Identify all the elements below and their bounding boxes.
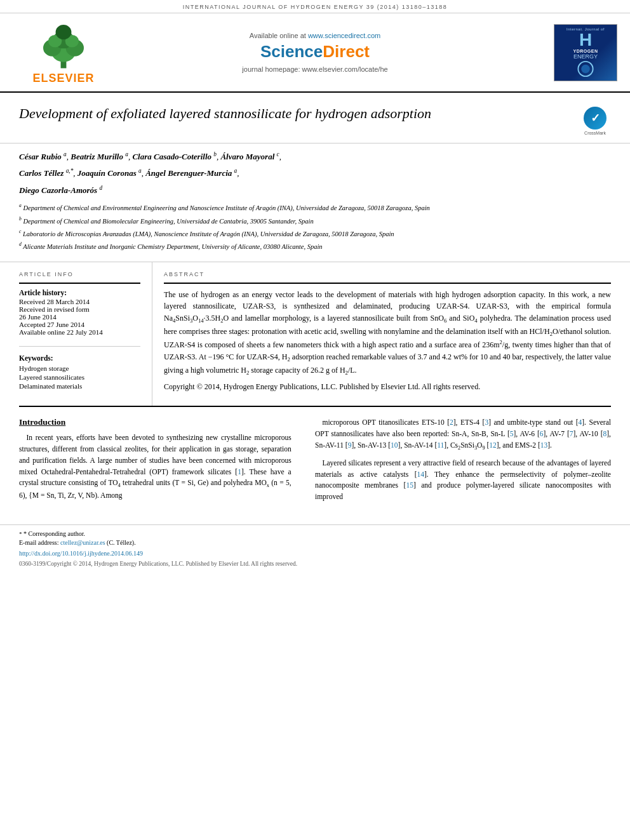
ref-8[interactable]: 8 [603, 430, 607, 437]
keyword-2: Layered stannosilicates [19, 373, 140, 381]
authors-line-3: Diego Cazorla-Amorós d [19, 183, 611, 197]
crossmark-label: CrossMark [584, 131, 606, 135]
ref-7[interactable]: 7 [570, 430, 573, 437]
intro-left-text: In recent years, efforts have been devot… [19, 432, 292, 502]
ref-12[interactable]: 12 [489, 441, 497, 449]
journal-header-center: Available online at www.sciencedirect.co… [114, 32, 516, 73]
journal-cover: Internat. Journal of H YDROGEN ENERGY [554, 24, 617, 81]
crossmark-icon: ✓ [584, 107, 607, 130]
journal-homepage: journal homepage: www.elsevier.com/locat… [114, 65, 516, 73]
revised-date: 26 June 2014 [19, 313, 140, 321]
intro-paragraph-1: In recent years, efforts have been devot… [19, 432, 292, 502]
ref-10[interactable]: 10 [391, 441, 398, 449]
affiliation-c: c Laboratorio de Microscopias Avanzadas … [19, 228, 611, 239]
abstract-copyright: Copyright © 2014, Hydrogen Energy Public… [164, 381, 611, 393]
ref-2[interactable]: 2 [450, 418, 453, 426]
intro-left-column: Introduction In recent years, efforts ha… [19, 417, 292, 508]
ref-1[interactable]: 1 [238, 468, 241, 476]
affiliation-d: d Alicante Materials Institute and Inorg… [19, 241, 611, 252]
journal-banner: INTERNATIONAL JOURNAL OF HYDROGEN ENERGY… [0, 0, 630, 13]
keyword-1: Hydrogen storage [19, 364, 140, 372]
intro-heading: Introduction [19, 417, 292, 427]
keywords-label: Keywords: [19, 354, 140, 362]
affiliation-b: b Department of Chemical and Biomolecula… [19, 215, 611, 227]
authors-section: César Rubio a, Beatriz Murillo a, Clara … [0, 143, 630, 262]
cover-H: H [579, 31, 592, 49]
abstract-label: ABSTRACT [164, 271, 611, 277]
elsevier-logo-area: ELSEVIER [13, 20, 114, 85]
abstract-block: The use of hydrogen as an energy vector … [164, 283, 611, 394]
sciencedirect-brand: ScienceDirect [114, 42, 516, 62]
abstract-paragraph-1: The use of hydrogen as an energy vector … [164, 289, 611, 378]
banner-text: INTERNATIONAL JOURNAL OF HYDROGEN ENERGY… [183, 4, 448, 10]
ref-4[interactable]: 4 [579, 418, 582, 426]
cover-sub1: YDROGEN [573, 49, 598, 53]
article-history-block: Article history: Received 28 March 2014 … [19, 283, 140, 347]
elsevier-tree-icon [32, 20, 95, 70]
abstract-column: ABSTRACT The use of hydrogen as an energ… [152, 262, 630, 406]
author-email[interactable]: ctellez@unizar.es [60, 539, 105, 546]
received-date: Received 28 March 2014 [19, 298, 140, 305]
corresponding-author-label: * * Corresponding author. [19, 530, 611, 537]
affiliations: a Department of Chemical and Environment… [19, 202, 611, 252]
ref-5[interactable]: 5 [510, 430, 514, 437]
cover-decoration [573, 60, 598, 78]
ref-13[interactable]: 13 [540, 441, 548, 449]
intro-paragraph-3: Layered silicates represent a very attra… [315, 458, 611, 503]
article-body: ARTICLE INFO Article history: Received 2… [0, 262, 630, 406]
doi-line: http://dx.doi.org/10.1016/j.ijhydene.201… [19, 548, 611, 558]
affiliation-a: a Department of Chemical and Environment… [19, 202, 611, 213]
cover-sub2: ENERGY [573, 53, 598, 60]
ref-3[interactable]: 3 [485, 418, 488, 426]
intro-paragraph-2: microporous OPT titanosilicates ETS-10 [… [315, 417, 611, 453]
svg-point-9 [581, 64, 590, 73]
footer: * * Corresponding author. E-mail address… [0, 524, 630, 571]
history-group: Article history: Received 28 March 2014 … [19, 289, 140, 336]
ref-15[interactable]: 15 [406, 481, 413, 489]
intro-right-text: microporous OPT titanosilicates ETS-10 [… [315, 417, 611, 503]
available-online-text: Available online at www.sciencedirect.co… [114, 32, 516, 39]
authors-line-2: Carlos Téllez a,*, Joaquín Coronas a, Án… [19, 166, 611, 180]
article-info-label: ARTICLE INFO [19, 271, 140, 277]
keyword-3: Delaminated materials [19, 382, 140, 390]
history-label: Article history: [19, 289, 140, 297]
journal-cover-area: Internat. Journal of H YDROGEN ENERGY [516, 24, 617, 81]
revised-label: Received in revised form [19, 305, 140, 313]
authors-line-1: César Rubio a, Beatriz Murillo a, Clara … [19, 150, 611, 164]
ref-14[interactable]: 14 [417, 470, 425, 478]
sciencedirect-url[interactable]: www.sciencedirect.com [308, 32, 380, 39]
svg-point-7 [56, 25, 72, 39]
doi-link[interactable]: http://dx.doi.org/10.1016/j.ijhydene.201… [19, 550, 143, 557]
online-date: Available online 22 July 2014 [19, 328, 140, 336]
header: ELSEVIER Available online at www.science… [0, 13, 630, 93]
abstract-text: The use of hydrogen as an energy vector … [164, 289, 611, 394]
issn-line: 0360-3199/Copyright © 2014, Hydrogen Ene… [19, 561, 611, 567]
crossmark-area: ✓ CrossMark [579, 107, 611, 135]
ref-11[interactable]: 11 [437, 441, 444, 449]
ref-9[interactable]: 9 [348, 441, 352, 449]
title-section: Development of exfoliated layered stanno… [0, 93, 630, 143]
keywords-block: Keywords: Hydrogen storage Layered stann… [19, 354, 140, 390]
accepted-date: Accepted 27 June 2014 [19, 321, 140, 328]
introduction-section: Introduction In recent years, efforts ha… [0, 407, 630, 518]
elsevier-wordmark: ELSEVIER [32, 72, 94, 85]
article-info-column: ARTICLE INFO Article history: Received 2… [0, 262, 152, 406]
intro-right-column: microporous OPT titanosilicates ETS-10 [… [315, 417, 611, 508]
ref-6[interactable]: 6 [540, 430, 544, 437]
article-title: Development of exfoliated layered stanno… [19, 104, 566, 123]
email-line: E-mail address: ctellez@unizar.es (C. Té… [19, 539, 611, 546]
